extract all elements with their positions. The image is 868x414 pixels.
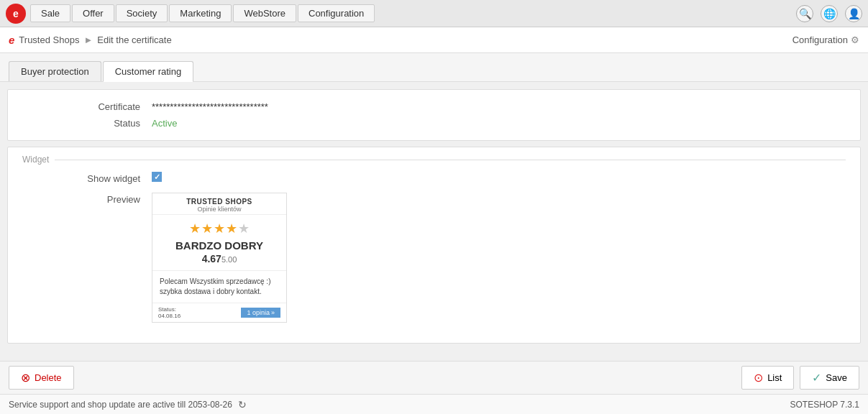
info-card: Certificate ****************************… xyxy=(7,89,861,141)
tab-customer-rating[interactable]: Customer rating xyxy=(103,61,193,82)
star-rating: ★★★★★ xyxy=(160,221,279,236)
nav-item-configuration[interactable]: Configuration xyxy=(298,4,375,22)
rating-text: BARDZO DOBRY xyxy=(160,239,279,252)
nav-item-society[interactable]: Society xyxy=(116,4,168,22)
widget-body: ★★★★★ BARDZO DOBRY 4.675.00 xyxy=(152,215,286,271)
preview-label: Preview xyxy=(22,193,152,205)
widget-header: TRUSTED SHOPS Opinie klientów xyxy=(152,193,286,215)
tab-buyer-protection[interactable]: Buyer protection xyxy=(9,61,101,81)
search-icon[interactable]: 🔍 xyxy=(796,5,813,22)
status-label: Status xyxy=(22,118,152,129)
app-logo[interactable]: e xyxy=(6,4,26,24)
widget-title: TRUSTED SHOPS xyxy=(152,198,286,206)
status-row: Status Active xyxy=(22,118,846,129)
breadcrumb-logo: e xyxy=(9,34,14,46)
widget-footer: Status: 04.08.16 1 opinia » xyxy=(152,303,286,322)
preview-row: Preview TRUSTED SHOPS Opinie klientów ★★… xyxy=(22,193,846,323)
delete-button[interactable]: ⊗ Delete xyxy=(9,366,74,390)
breadcrumb-current: Edit the certificate xyxy=(97,34,171,45)
nav-items: Sale Offer Society Marketing WebStore Co… xyxy=(30,4,375,22)
widget-preview: TRUSTED SHOPS Opinie klientów ★★★★★ BARD… xyxy=(152,193,287,323)
delete-icon: ⊗ xyxy=(21,371,30,385)
breadcrumb-separator: ► xyxy=(83,34,93,45)
action-bar: ⊗ Delete ⊙ List ✓ Save xyxy=(0,361,868,394)
configuration-link[interactable]: Configuration ⚙ xyxy=(792,34,859,45)
list-icon: ⊙ xyxy=(754,371,763,385)
nav-item-sale[interactable]: Sale xyxy=(30,4,70,22)
widget-opinion-button[interactable]: 1 opinia » xyxy=(241,308,280,318)
top-nav-right: 🔍 🌐 👤 xyxy=(796,5,862,22)
nav-item-webstore[interactable]: WebStore xyxy=(233,4,296,22)
breadcrumb-root-link[interactable]: Trusted Shops xyxy=(19,34,79,45)
version-label: SOTESHOP 7.3.1 xyxy=(790,400,860,410)
action-right: ⊙ List ✓ Save xyxy=(741,366,859,390)
show-widget-label: Show widget xyxy=(22,172,152,184)
widget-card: Widget Show widget Preview TRUSTED SHOPS… xyxy=(7,147,861,344)
widget-comment: Polecam Wszystkim sprzedawcę :) szybka d… xyxy=(152,271,286,303)
save-button[interactable]: ✓ Save xyxy=(800,366,859,390)
certificate-value: ******************************** xyxy=(152,101,268,112)
certificate-row: Certificate ****************************… xyxy=(22,101,846,112)
nav-item-marketing[interactable]: Marketing xyxy=(169,4,232,22)
status-bar: Service support and shop update are acti… xyxy=(0,394,868,414)
refresh-icon[interactable]: ↻ xyxy=(238,399,247,410)
main-content: Certificate ****************************… xyxy=(0,82,868,361)
widget-subtitle: Opinie klientów xyxy=(152,206,286,213)
rating-score: 4.675.00 xyxy=(160,253,279,264)
widget-section-header: Widget xyxy=(22,155,846,165)
globe-icon[interactable]: 🌐 xyxy=(821,5,838,22)
breadcrumb: e Trusted Shops ► Edit the certificate xyxy=(9,34,172,46)
save-icon: ✓ xyxy=(812,371,821,385)
show-widget-checkbox[interactable] xyxy=(152,172,162,182)
status-bar-left: Service support and shop update are acti… xyxy=(9,399,247,410)
nav-item-offer[interactable]: Offer xyxy=(72,4,114,22)
breadcrumb-bar: e Trusted Shops ► Edit the certificate C… xyxy=(0,27,868,53)
settings-icon: ⚙ xyxy=(851,34,859,45)
show-widget-row: Show widget xyxy=(22,172,846,184)
status-message: Service support and shop update are acti… xyxy=(9,400,232,410)
user-icon[interactable]: 👤 xyxy=(845,5,862,22)
certificate-label: Certificate xyxy=(22,101,152,112)
widget-status: Status: 04.08.16 xyxy=(158,306,181,319)
list-button[interactable]: ⊙ List xyxy=(741,366,794,390)
tab-bar: Buyer protection Customer rating xyxy=(0,53,868,82)
top-navigation: e Sale Offer Society Marketing WebStore … xyxy=(0,0,868,27)
status-value: Active xyxy=(152,118,177,129)
